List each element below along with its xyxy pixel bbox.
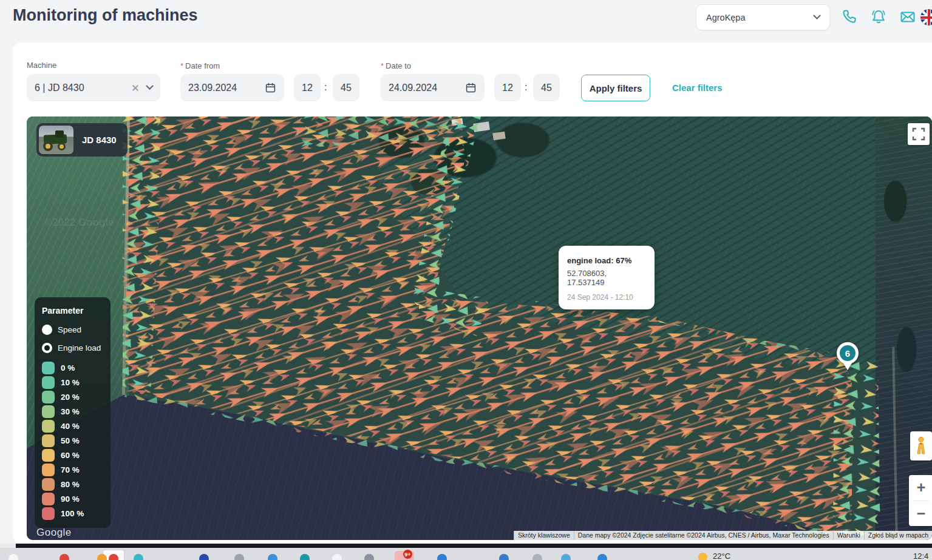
date-from-input[interactable]: 23.09.2024 xyxy=(180,74,284,101)
legend-swatch xyxy=(42,376,55,389)
taskbar-app-icon[interactable] xyxy=(9,554,18,560)
legend-swatch-label: 30 % xyxy=(61,407,80,416)
from-minute-input[interactable]: 45 xyxy=(333,74,359,101)
taskbar-app-icon[interactable] xyxy=(97,554,107,560)
monitoring-page: Monitoring of machines AgroKępa Machine … xyxy=(0,0,932,560)
map-attribution-item[interactable]: Zgłoś błąd w mapach xyxy=(864,531,932,540)
map-attribution-item[interactable]: Dane mapy ©2024 Zdjęcie satelitarne ©202… xyxy=(574,531,833,540)
window-bottom-edge xyxy=(0,544,932,548)
pegman-icon xyxy=(914,436,928,456)
zoom-out-button[interactable]: − xyxy=(909,501,932,527)
taskbar-app-icon[interactable] xyxy=(134,554,143,560)
legend-option[interactable]: Engine load xyxy=(42,343,106,353)
legend-swatch xyxy=(42,405,55,418)
legend-swatch-label: 100 % xyxy=(61,509,84,518)
zoom-in-button[interactable]: + xyxy=(909,475,932,501)
taskbar-app-icon[interactable] xyxy=(109,554,118,560)
legend-swatch-label: 70 % xyxy=(61,465,80,474)
time-separator: : xyxy=(525,82,527,93)
clock[interactable]: 12:4 xyxy=(913,552,928,560)
chevron-down-icon xyxy=(813,12,821,19)
machine-marker[interactable]: 6 xyxy=(837,342,859,371)
calendar-icon[interactable] xyxy=(465,82,477,93)
language-flag-icon[interactable] xyxy=(920,9,932,25)
legend-swatch xyxy=(42,493,55,505)
tooltip-value: engine load: 67% xyxy=(567,256,646,265)
date-from-value: 23.09.2024 xyxy=(188,83,237,93)
legend-swatch-label: 50 % xyxy=(61,436,80,445)
google-logo: Google xyxy=(36,527,72,539)
taskbar-app-icon[interactable] xyxy=(234,554,244,560)
fullscreen-button[interactable] xyxy=(908,123,930,145)
organization-select-value: AgroKępa xyxy=(706,13,746,22)
chevron-down-icon xyxy=(146,82,154,90)
legend-swatch xyxy=(42,464,55,476)
legend-swatch xyxy=(42,420,55,433)
date-to-input[interactable]: 24.09.2024 xyxy=(381,74,485,101)
street-view-pegman-button[interactable] xyxy=(910,431,932,460)
machine-select-value: 6 | JD 8430 xyxy=(35,83,84,93)
to-hour-input[interactable]: 12 xyxy=(494,74,521,101)
map-attribution-item[interactable]: Warunki xyxy=(833,531,864,540)
machine-badge[interactable]: JD 8430 xyxy=(36,123,128,157)
marker-number: 6 xyxy=(840,345,855,361)
legend-scale-row: 80 % xyxy=(42,478,106,491)
tooltip-timestamp: 24 Sep 2024 - 12:10 xyxy=(567,293,646,302)
page-title: Monitoring of machines xyxy=(13,6,198,25)
fullscreen-icon xyxy=(911,126,927,142)
legend-swatch-label: 80 % xyxy=(61,480,80,489)
legend-option[interactable]: Speed xyxy=(42,325,106,335)
bell-icon[interactable] xyxy=(870,8,887,25)
to-minute-input[interactable]: 45 xyxy=(533,74,560,101)
legend-scale-row: 10 % xyxy=(42,376,106,389)
legend-swatch-label: 0 % xyxy=(61,363,75,373)
taskbar-app-icon[interactable] xyxy=(561,554,571,560)
legend-scale-row: 90 % xyxy=(42,493,106,505)
machine-badge-label: JD 8430 xyxy=(73,135,125,145)
heatmap-trail xyxy=(27,116,932,540)
phone-icon[interactable] xyxy=(842,8,859,25)
map-canvas[interactable]: ©2022 Google xyxy=(27,116,932,540)
legend-swatch xyxy=(42,434,55,447)
taskbar-app-icon[interactable] xyxy=(437,554,447,560)
calendar-icon[interactable] xyxy=(265,82,276,93)
from-hour-input[interactable]: 12 xyxy=(294,74,321,101)
filters-card: Machine 6 | JD 8430 *Date from 23.09.202… xyxy=(13,42,932,544)
taskbar: 9+ xyxy=(0,548,932,560)
taskbar-app-icon[interactable] xyxy=(532,554,542,560)
legend-scale-row: 20 % xyxy=(42,391,106,403)
taskbar-app-icon[interactable] xyxy=(60,554,69,560)
date-to-value: 24.09.2024 xyxy=(389,83,437,93)
apply-filters-button[interactable]: Apply filters xyxy=(581,75,650,101)
organization-select[interactable]: AgroKępa xyxy=(696,4,830,30)
radio-icon[interactable] xyxy=(42,325,52,335)
clear-machine-icon[interactable] xyxy=(131,84,140,92)
taskbar-app-icon[interactable] xyxy=(268,554,277,560)
taskbar-app-icon[interactable] xyxy=(300,554,310,560)
legend-scale-row: 50 % xyxy=(42,434,106,447)
taskbar-app-icon[interactable] xyxy=(499,554,509,560)
legend-scale-row: 100 % xyxy=(42,507,106,520)
taskbar-app-icon[interactable] xyxy=(364,554,374,560)
mail-icon[interactable] xyxy=(899,8,916,25)
legend-scale: 0 % 10 % 20 % xyxy=(42,362,106,520)
legend-title: Parameter xyxy=(42,306,106,315)
taskbar-app-icon[interactable] xyxy=(597,554,607,560)
legend-scale-row: 30 % xyxy=(42,405,106,418)
weather-temperature[interactable]: 22°C xyxy=(713,552,730,560)
legend-scale-row: 60 % xyxy=(42,449,106,462)
legend-option-label: Engine load xyxy=(58,343,101,353)
legend-swatch-label: 20 % xyxy=(61,393,80,402)
clear-filters-button[interactable]: Clear filters xyxy=(672,83,723,93)
map-attribution-item[interactable]: Skróty klawiszowe xyxy=(514,531,574,540)
legend-option-label: Speed xyxy=(58,325,81,334)
taskbar-app-icon[interactable] xyxy=(199,554,209,560)
machine-select[interactable]: 6 | JD 8430 xyxy=(27,74,160,101)
radio-icon[interactable] xyxy=(42,343,52,353)
legend-scale-row: 0 % xyxy=(42,362,106,374)
date-from-label: *Date from xyxy=(180,61,220,70)
taskbar-app-icon[interactable] xyxy=(332,554,342,560)
legend-swatch xyxy=(42,391,55,403)
time-separator: : xyxy=(324,82,327,93)
legend-scale-row: 70 % xyxy=(42,464,106,476)
